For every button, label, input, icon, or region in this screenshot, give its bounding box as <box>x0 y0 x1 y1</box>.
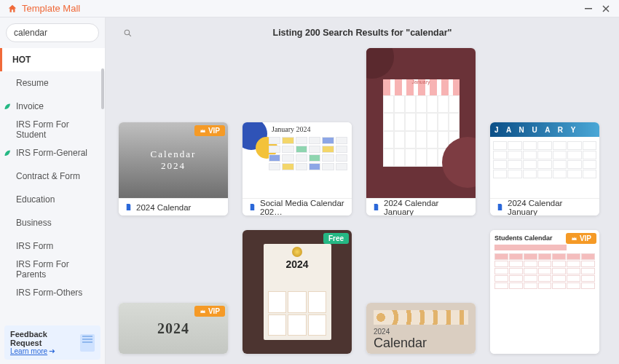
sidebar-item-label: Contract & Form <box>16 171 80 181</box>
template-thumb: VIP Students Calendar <box>490 230 599 354</box>
doc-icon <box>248 203 256 211</box>
sidebar-item-invoice[interactable]: Invoice <box>0 95 105 118</box>
sidebar-item-irs-general[interactable]: IRS Form-General <box>0 141 105 165</box>
template-title: Social Media Calendar 202… <box>260 199 346 216</box>
vip-badge: VIP <box>194 306 225 317</box>
template-caption: 2024 Calendar <box>119 198 228 215</box>
sidebar-item-irs-student[interactable]: IRS Form For Student <box>0 118 105 141</box>
window-title: Template Mall <box>22 3 80 14</box>
vip-badge: VIP <box>194 125 225 136</box>
doc-icon <box>372 203 380 211</box>
template-title: 2024 Calendar <box>136 203 191 212</box>
template-card[interactable]: Free 2024Calendar <box>366 303 476 354</box>
app-window: Template Mall HOT Resume Invoice <box>0 0 619 364</box>
sidebar-item-label: Business <box>16 218 52 228</box>
template-card[interactable]: Free 2024 <box>243 230 352 354</box>
sidebar-item-irs[interactable]: IRS Form <box>0 234 105 258</box>
sidebar-item-education[interactable]: Education <box>0 188 105 211</box>
close-button[interactable] <box>597 1 615 16</box>
template-thumb: Free 2024Calendar <box>366 303 476 354</box>
template-card[interactable]: VIP Calendar2024 2024 Calendar <box>119 122 228 215</box>
template-caption: Social Media Calendar 202… <box>243 198 352 215</box>
template-thumb: Free 2024 <box>243 230 352 354</box>
sidebar-item-label: IRS Form-Others <box>16 288 82 298</box>
sidebar-item-label: IRS Form <box>16 241 53 251</box>
sidebar-item-label: IRS Form-General <box>16 148 87 158</box>
search-box[interactable] <box>6 23 99 42</box>
doc-icon <box>125 203 133 211</box>
titlebar: Template Mall <box>0 0 619 17</box>
sidebar-item-resume[interactable]: Resume <box>0 71 105 95</box>
sidebar-item-label: Invoice <box>16 101 44 111</box>
template-card[interactable]: VIP 2024 <box>119 303 228 354</box>
template-title: 2024 Calendar January <box>384 199 470 216</box>
sidebar-item-label: HOT <box>12 55 31 65</box>
sidebar-item-irs-others[interactable]: IRS Form-Others <box>0 281 105 304</box>
template-thumb: Free January <box>366 48 476 198</box>
template-card[interactable]: Free January 2024 Calendar January <box>366 48 476 215</box>
sidebar-item-contract[interactable]: Contract & Form <box>0 165 105 188</box>
template-thumb: Free J A N U A R Y <box>490 122 599 198</box>
svg-rect-0 <box>585 8 592 9</box>
sidebar-scrollbar[interactable] <box>101 68 104 109</box>
feedback-link[interactable]: Learn more <box>10 347 76 355</box>
feedback-title: Feedback Request <box>10 330 76 347</box>
template-caption: 2024 Calendar January <box>366 198 476 215</box>
crown-icon <box>200 308 206 314</box>
sidebar-item-label: IRS Form For Parents <box>16 259 96 280</box>
template-caption: 2024 Calendar January <box>490 198 599 215</box>
leaf-icon <box>3 102 12 111</box>
home-icon <box>7 4 17 14</box>
template-title: 2024 Calendar January <box>508 199 594 216</box>
note-icon <box>80 334 95 352</box>
minimize-button[interactable] <box>580 1 597 16</box>
vip-badge: VIP <box>566 233 596 244</box>
template-card[interactable]: Free J A N U A R Y 2024 Calendar January <box>490 122 599 215</box>
sidebar-item-business[interactable]: Business <box>0 211 105 234</box>
sidebar-item-label: IRS Form For Student <box>16 119 96 140</box>
main-area: Listing 200 Search Results for "calendar… <box>106 17 619 364</box>
doc-icon <box>496 203 504 211</box>
template-card[interactable]: VIP Students Calendar <box>490 230 599 354</box>
crown-icon <box>571 235 577 242</box>
template-thumb: VIP 2024 <box>119 303 228 354</box>
category-list: HOT Resume Invoice IRS Form For Student … <box>0 48 105 321</box>
feedback-card[interactable]: Feedback Request Learn more <box>4 325 100 360</box>
leaf-icon <box>3 149 12 157</box>
sidebar-item-irs-parents[interactable]: IRS Form For Parents <box>0 258 105 281</box>
sidebar-item-label: Resume <box>16 78 49 88</box>
template-card[interactable]: VIP January 2024 Social Media Calendar 2… <box>243 122 352 215</box>
template-thumb: VIP January 2024 <box>243 122 352 198</box>
sidebar-item-label: Education <box>16 194 55 205</box>
results-grid: VIP Calendar2024 2024 Calendar VIP Ja <box>119 48 606 364</box>
crown-icon <box>200 127 206 134</box>
free-badge: Free <box>323 233 349 244</box>
template-thumb: VIP Calendar2024 <box>119 122 228 198</box>
results-header: Listing 200 Search Results for "calendar… <box>119 23 606 48</box>
sidebar-item-hot[interactable]: HOT <box>0 48 105 71</box>
sidebar: HOT Resume Invoice IRS Form For Student … <box>0 17 106 364</box>
